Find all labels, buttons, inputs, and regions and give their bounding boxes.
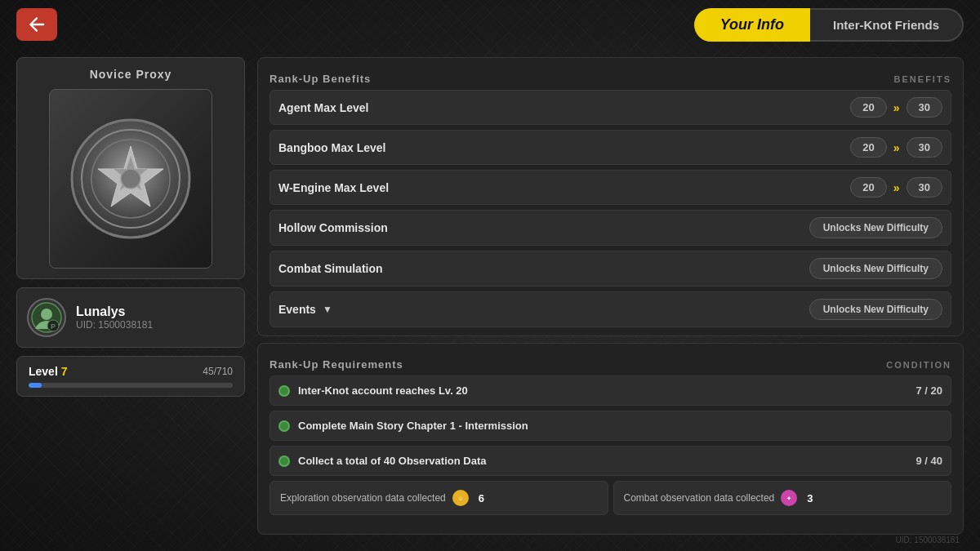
obs-explore-cell: Exploration observation data collected ☺… — [270, 481, 608, 515]
events-row: Events ▼ — [278, 303, 332, 316]
back-button[interactable] — [16, 8, 57, 41]
wengine-from: 20 — [850, 177, 886, 198]
req-row-interknot-level: Inter-Knot account reaches Lv. 20 7 / 20 — [270, 375, 951, 406]
uid-watermark: UID: 1500038181 — [896, 535, 960, 544]
benefit-agent-value: 20 » 30 — [850, 97, 942, 118]
obs-combat-label: Combat observation data collected — [624, 492, 775, 504]
benefit-wengine-value: 20 » 30 — [850, 177, 942, 198]
xp-fill — [29, 383, 42, 388]
tab-inter-knot-friends[interactable]: Inter-Knot Friends — [810, 8, 964, 42]
req-count-observation: 9 / 40 — [915, 455, 942, 467]
agent-from: 20 — [850, 97, 886, 118]
req-left-interknot: Inter-Knot account reaches Lv. 20 — [278, 384, 468, 397]
level-bar-section: Level 7 45/710 — [16, 356, 245, 397]
observation-row: Exploration observation data collected ☺… — [270, 481, 951, 515]
obs-explore-count: 6 — [479, 492, 484, 504]
svg-point-1 — [82, 130, 180, 228]
benefit-hollow-commission: Hollow Commission Unlocks New Difficulty — [270, 210, 951, 246]
obs-combat-count: 3 — [807, 492, 813, 504]
obs-combat-cell: Combat observation data collected ✦ 3 — [613, 481, 952, 515]
svg-text:✦: ✦ — [786, 495, 791, 502]
level-xp: 45/710 — [203, 366, 233, 377]
req-text-observation: Collect a total of 40 Observation Data — [298, 455, 486, 467]
benefit-events: Events ▼ Unlocks New Difficulty — [270, 291, 951, 327]
arrow-icon-2: » — [893, 141, 900, 154]
req-left-story: Complete Main Story Chapter 1 - Intermis… — [278, 420, 528, 432]
level-text: Level 7 — [29, 365, 68, 378]
svg-text:☺: ☺ — [457, 495, 463, 502]
benefits-title: Rank-Up Benefits — [270, 73, 371, 85]
req-count-interknot: 7 / 20 — [915, 384, 942, 397]
arrow-icon: » — [893, 101, 900, 114]
req-dot-interknot — [278, 385, 290, 397]
explore-icon-svg: ☺ — [454, 491, 467, 504]
rank-emblem — [65, 113, 196, 244]
agent-to: 30 — [906, 97, 942, 118]
benefit-wengine-name: W-Engine Max Level — [278, 181, 389, 194]
requirements-section: Rank-Up Requirements CONDITION Inter-Kno… — [257, 343, 964, 535]
bangboo-from: 20 — [850, 137, 886, 158]
player-uid: UID: 1500038181 — [76, 319, 153, 331]
rank-card: Novice Proxy — [16, 57, 245, 279]
player-info: P Lunalys UID: 1500038181 — [16, 287, 245, 348]
req-dot-story — [278, 420, 290, 432]
req-row-observation: Collect a total of 40 Observation Data 9… — [270, 446, 951, 476]
req-text-story: Complete Main Story Chapter 1 - Intermis… — [298, 420, 528, 432]
back-icon — [25, 13, 48, 36]
header-tabs: Your Info Inter-Knot Friends — [694, 8, 964, 42]
benefit-bangboo-name: Bangboo Max Level — [278, 141, 385, 154]
header: Your Info Inter-Knot Friends — [0, 0, 980, 49]
right-panel: Rank-Up Benefits BENEFITS Agent Max Leve… — [257, 57, 964, 535]
combat-sim-unlock-badge: Unlocks New Difficulty — [809, 258, 942, 279]
arrow-icon-3: » — [893, 181, 900, 194]
svg-text:P: P — [51, 322, 56, 331]
svg-point-0 — [72, 120, 189, 238]
requirements-header: Rank-Up Requirements CONDITION — [270, 352, 951, 375]
benefit-wengine-level: W-Engine Max Level 20 » 30 — [270, 170, 951, 205]
benefit-bangboo-level: Bangboo Max Level 20 » 30 — [270, 130, 951, 165]
combat-icon-svg: ✦ — [782, 491, 795, 504]
rank-title: Novice Proxy — [27, 68, 234, 81]
req-text-interknot: Inter-Knot account reaches Lv. 20 — [298, 384, 468, 397]
hollow-unlock-badge: Unlocks New Difficulty — [809, 217, 942, 238]
benefit-agent-level: Agent Max Level 20 » 30 — [270, 90, 951, 125]
benefit-bangboo-value: 20 » 30 — [850, 137, 942, 158]
benefit-combat-sim-name: Combat Simulation — [278, 262, 383, 275]
req-left-observation: Collect a total of 40 Observation Data — [278, 455, 486, 467]
benefit-events-name: Events — [278, 303, 316, 316]
requirements-title: Rank-Up Requirements — [270, 358, 403, 371]
benefits-section: Rank-Up Benefits BENEFITS Agent Max Leve… — [257, 57, 964, 336]
benefits-label: BENEFITS — [894, 74, 951, 84]
obs-explore-icon: ☺ — [452, 490, 469, 506]
req-dot-observation — [278, 455, 290, 467]
requirements-label: CONDITION — [886, 360, 951, 370]
svg-point-5 — [41, 309, 52, 320]
level-row: Level 7 45/710 — [29, 365, 233, 378]
svg-point-3 — [121, 169, 140, 189]
player-avatar: P — [27, 298, 66, 337]
benefit-agent-name: Agent Max Level — [278, 101, 368, 114]
benefit-hollow-name: Hollow Commission — [278, 221, 388, 234]
tab-your-info[interactable]: Your Info — [694, 8, 810, 42]
level-number: 7 — [61, 365, 68, 378]
req-row-main-story: Complete Main Story Chapter 1 - Intermis… — [270, 411, 951, 441]
player-name: Lunalys — [76, 304, 153, 319]
svg-point-2 — [91, 140, 170, 218]
rank-badge — [49, 89, 212, 269]
benefits-header: Rank-Up Benefits BENEFITS — [270, 66, 951, 90]
left-panel: Novice Proxy — [16, 57, 245, 535]
benefit-combat-simulation: Combat Simulation Unlocks New Difficulty — [270, 251, 951, 287]
obs-combat-icon: ✦ — [781, 490, 797, 506]
wengine-to: 30 — [906, 177, 942, 198]
events-dropdown-arrow[interactable]: ▼ — [323, 304, 332, 315]
events-unlock-badge: Unlocks New Difficulty — [809, 299, 942, 320]
avatar-icon: P — [30, 301, 63, 334]
obs-explore-label: Exploration observation data collected — [280, 492, 446, 504]
player-text: Lunalys UID: 1500038181 — [76, 304, 153, 331]
xp-bar — [29, 383, 233, 388]
bangboo-to: 30 — [906, 137, 942, 158]
